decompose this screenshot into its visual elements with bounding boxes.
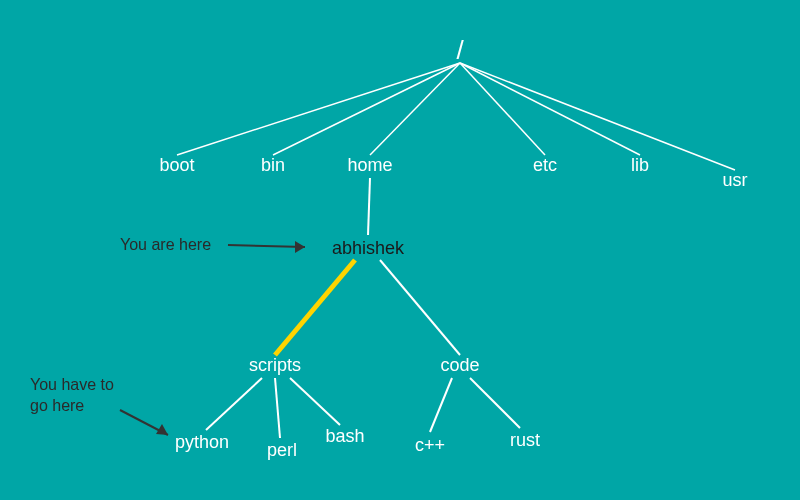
svg-line-3 — [460, 63, 545, 155]
svg-line-6 — [368, 178, 370, 235]
svg-line-4 — [460, 63, 640, 155]
node-cpp: c++ — [415, 435, 445, 456]
svg-line-16 — [120, 410, 168, 435]
node-perl: perl — [267, 440, 297, 461]
svg-marker-15 — [295, 241, 305, 253]
svg-line-11 — [290, 378, 340, 425]
svg-line-14 — [228, 245, 305, 247]
annotation-go-here: You have to go here — [30, 375, 114, 417]
node-home: home — [347, 155, 392, 176]
node-etc: etc — [533, 155, 557, 176]
svg-line-7 — [275, 260, 355, 355]
svg-line-1 — [273, 63, 460, 155]
node-lib: lib — [631, 155, 649, 176]
svg-marker-17 — [156, 424, 168, 435]
svg-line-12 — [430, 378, 452, 432]
node-bin: bin — [261, 155, 285, 176]
svg-line-0 — [177, 63, 460, 155]
node-boot: boot — [159, 155, 194, 176]
node-usr: usr — [722, 170, 747, 191]
node-scripts: scripts — [249, 355, 301, 376]
node-bash: bash — [325, 426, 364, 447]
svg-line-9 — [206, 378, 262, 430]
svg-line-2 — [370, 63, 460, 155]
node-root: / — [456, 35, 463, 66]
annotation-you-are-here: You are here — [120, 235, 211, 256]
svg-line-5 — [460, 63, 735, 170]
node-abhishek: abhishek — [332, 238, 404, 259]
node-python: python — [175, 432, 229, 453]
node-rust: rust — [510, 430, 540, 451]
svg-line-8 — [380, 260, 460, 355]
svg-line-10 — [275, 378, 280, 438]
svg-line-13 — [470, 378, 520, 428]
node-code: code — [440, 355, 479, 376]
